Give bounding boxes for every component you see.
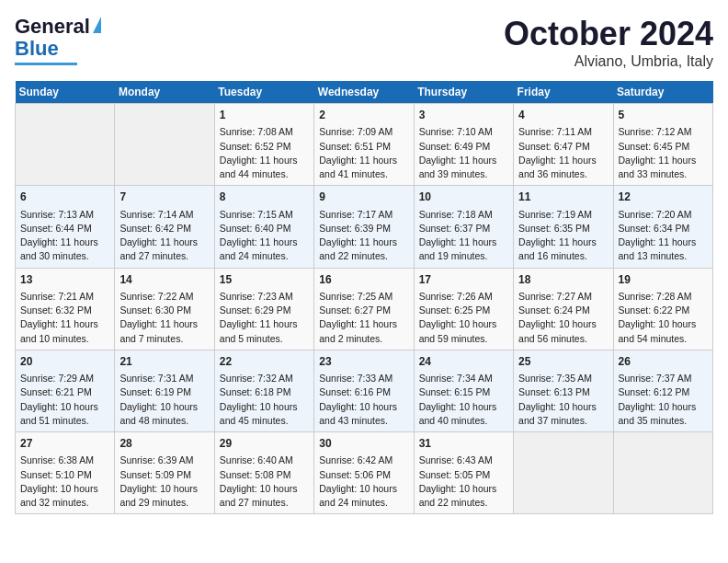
calendar-cell: 24Sunrise: 7:34 AMSunset: 6:15 PMDayligh… xyxy=(414,350,513,431)
calendar-cell: 9Sunrise: 7:17 AMSunset: 6:39 PMDaylight… xyxy=(314,186,414,268)
day-info: Sunrise: 6:39 AMSunset: 5:09 PMDaylight:… xyxy=(119,454,209,510)
calendar-table: SundayMondayTuesdayWednesdayThursdayFrid… xyxy=(15,81,713,514)
day-number: 25 xyxy=(518,354,608,370)
day-number: 2 xyxy=(319,108,408,123)
calendar-cell: 12Sunrise: 7:20 AMSunset: 6:34 PMDayligh… xyxy=(613,186,712,268)
calendar-cell: 25Sunrise: 7:35 AMSunset: 6:13 PMDayligh… xyxy=(514,350,613,431)
calendar-cell: 1Sunrise: 7:08 AMSunset: 6:52 PMDaylight… xyxy=(214,104,313,186)
day-info: Sunrise: 6:42 AMSunset: 5:06 PMDaylight:… xyxy=(319,454,408,510)
day-info: Sunrise: 7:29 AMSunset: 6:21 PMDaylight:… xyxy=(20,372,109,428)
logo: General Blue xyxy=(15,15,101,65)
calendar-cell: 13Sunrise: 7:21 AMSunset: 6:32 PMDayligh… xyxy=(16,268,115,350)
calendar-cell: 14Sunrise: 7:22 AMSunset: 6:30 PMDayligh… xyxy=(115,268,214,350)
column-header-tuesday: Tuesday xyxy=(214,81,313,104)
day-info: Sunrise: 7:19 AMSunset: 6:35 PMDaylight:… xyxy=(518,208,608,264)
day-info: Sunrise: 7:11 AMSunset: 6:47 PMDaylight:… xyxy=(518,125,608,181)
day-info: Sunrise: 7:17 AMSunset: 6:39 PMDaylight:… xyxy=(319,208,408,264)
day-number: 8 xyxy=(220,190,309,205)
logo-triangle-icon xyxy=(93,17,101,33)
day-info: Sunrise: 7:26 AMSunset: 6:25 PMDaylight:… xyxy=(419,290,508,346)
day-number: 20 xyxy=(20,354,109,370)
day-info: Sunrise: 7:31 AMSunset: 6:19 PMDaylight:… xyxy=(119,372,209,428)
day-info: Sunrise: 7:12 AMSunset: 6:45 PMDaylight:… xyxy=(619,125,708,181)
calendar-cell: 15Sunrise: 7:23 AMSunset: 6:29 PMDayligh… xyxy=(214,268,313,350)
column-header-sunday: Sunday xyxy=(16,81,115,104)
calendar-cell: 4Sunrise: 7:11 AMSunset: 6:47 PMDaylight… xyxy=(514,104,613,186)
day-number: 4 xyxy=(518,108,608,123)
day-number: 23 xyxy=(319,354,408,370)
day-number: 26 xyxy=(619,354,708,370)
day-number: 1 xyxy=(220,108,309,123)
day-info: Sunrise: 7:20 AMSunset: 6:34 PMDaylight:… xyxy=(619,208,708,264)
day-info: Sunrise: 7:15 AMSunset: 6:40 PMDaylight:… xyxy=(220,208,309,264)
day-number: 27 xyxy=(20,436,109,452)
calendar-cell xyxy=(613,432,712,514)
day-info: Sunrise: 7:37 AMSunset: 6:12 PMDaylight:… xyxy=(619,372,708,428)
calendar-cell: 10Sunrise: 7:18 AMSunset: 6:37 PMDayligh… xyxy=(414,186,513,268)
day-info: Sunrise: 7:33 AMSunset: 6:16 PMDaylight:… xyxy=(319,372,408,428)
calendar-cell: 27Sunrise: 6:38 AMSunset: 5:10 PMDayligh… xyxy=(16,432,115,514)
calendar-cell: 5Sunrise: 7:12 AMSunset: 6:45 PMDaylight… xyxy=(613,104,712,186)
calendar-cell: 3Sunrise: 7:10 AMSunset: 6:49 PMDaylight… xyxy=(414,104,513,186)
day-number: 24 xyxy=(419,354,508,370)
page-header: General Blue October 2024 Alviano, Umbri… xyxy=(15,15,713,70)
day-info: Sunrise: 7:09 AMSunset: 6:51 PMDaylight:… xyxy=(319,125,408,181)
day-info: Sunrise: 7:34 AMSunset: 6:15 PMDaylight:… xyxy=(419,372,508,428)
day-number: 30 xyxy=(319,436,408,452)
column-header-thursday: Thursday xyxy=(414,81,513,104)
week-row-4: 20Sunrise: 7:29 AMSunset: 6:21 PMDayligh… xyxy=(16,350,713,431)
calendar-cell: 21Sunrise: 7:31 AMSunset: 6:19 PMDayligh… xyxy=(115,350,214,431)
calendar-cell xyxy=(16,104,115,186)
logo-underline xyxy=(15,63,77,65)
day-info: Sunrise: 6:40 AMSunset: 5:08 PMDaylight:… xyxy=(220,454,309,510)
month-title: October 2024 xyxy=(504,15,713,53)
day-info: Sunrise: 7:22 AMSunset: 6:30 PMDaylight:… xyxy=(119,290,209,346)
day-number: 17 xyxy=(419,272,508,288)
day-info: Sunrise: 7:27 AMSunset: 6:24 PMDaylight:… xyxy=(518,290,608,346)
calendar-cell: 30Sunrise: 6:42 AMSunset: 5:06 PMDayligh… xyxy=(314,432,414,514)
calendar-cell: 23Sunrise: 7:33 AMSunset: 6:16 PMDayligh… xyxy=(314,350,414,431)
calendar-cell: 7Sunrise: 7:14 AMSunset: 6:42 PMDaylight… xyxy=(115,186,214,268)
day-number: 29 xyxy=(220,436,309,452)
day-number: 28 xyxy=(119,436,209,452)
day-number: 18 xyxy=(518,272,608,288)
day-number: 12 xyxy=(619,190,708,205)
calendar-cell: 29Sunrise: 6:40 AMSunset: 5:08 PMDayligh… xyxy=(214,432,313,514)
day-info: Sunrise: 6:43 AMSunset: 5:05 PMDaylight:… xyxy=(419,454,508,510)
calendar-cell: 2Sunrise: 7:09 AMSunset: 6:51 PMDaylight… xyxy=(314,104,414,186)
column-header-friday: Friday xyxy=(514,81,613,104)
calendar-cell: 17Sunrise: 7:26 AMSunset: 6:25 PMDayligh… xyxy=(414,268,513,350)
calendar-cell: 19Sunrise: 7:28 AMSunset: 6:22 PMDayligh… xyxy=(613,268,712,350)
day-number: 19 xyxy=(619,272,708,288)
day-number: 14 xyxy=(119,272,209,288)
week-row-3: 13Sunrise: 7:21 AMSunset: 6:32 PMDayligh… xyxy=(16,268,713,350)
calendar-cell: 11Sunrise: 7:19 AMSunset: 6:35 PMDayligh… xyxy=(514,186,613,268)
day-number: 22 xyxy=(220,354,309,370)
day-info: Sunrise: 7:25 AMSunset: 6:27 PMDaylight:… xyxy=(319,290,408,346)
calendar-cell xyxy=(514,432,613,514)
calendar-cell: 16Sunrise: 7:25 AMSunset: 6:27 PMDayligh… xyxy=(314,268,414,350)
calendar-cell: 6Sunrise: 7:13 AMSunset: 6:44 PMDaylight… xyxy=(16,186,115,268)
calendar-header-row: SundayMondayTuesdayWednesdayThursdayFrid… xyxy=(16,81,713,104)
calendar-cell: 20Sunrise: 7:29 AMSunset: 6:21 PMDayligh… xyxy=(16,350,115,431)
column-header-monday: Monday xyxy=(115,81,214,104)
calendar-cell: 22Sunrise: 7:32 AMSunset: 6:18 PMDayligh… xyxy=(214,350,313,431)
day-info: Sunrise: 7:32 AMSunset: 6:18 PMDaylight:… xyxy=(220,372,309,428)
calendar-cell: 18Sunrise: 7:27 AMSunset: 6:24 PMDayligh… xyxy=(514,268,613,350)
calendar-cell: 26Sunrise: 7:37 AMSunset: 6:12 PMDayligh… xyxy=(613,350,712,431)
day-number: 6 xyxy=(20,190,109,205)
day-number: 11 xyxy=(518,190,608,205)
day-info: Sunrise: 7:13 AMSunset: 6:44 PMDaylight:… xyxy=(20,208,109,264)
day-number: 15 xyxy=(220,272,309,288)
day-number: 10 xyxy=(419,190,508,205)
week-row-1: 1Sunrise: 7:08 AMSunset: 6:52 PMDaylight… xyxy=(16,104,713,186)
calendar-cell: 8Sunrise: 7:15 AMSunset: 6:40 PMDaylight… xyxy=(214,186,313,268)
column-header-saturday: Saturday xyxy=(613,81,712,104)
day-info: Sunrise: 7:28 AMSunset: 6:22 PMDaylight:… xyxy=(619,290,708,346)
day-number: 16 xyxy=(319,272,408,288)
day-number: 7 xyxy=(119,190,209,205)
day-info: Sunrise: 7:18 AMSunset: 6:37 PMDaylight:… xyxy=(419,208,508,264)
title-block: October 2024 Alviano, Umbria, Italy xyxy=(504,15,713,70)
day-number: 5 xyxy=(619,108,708,123)
logo-general: General xyxy=(15,15,90,39)
